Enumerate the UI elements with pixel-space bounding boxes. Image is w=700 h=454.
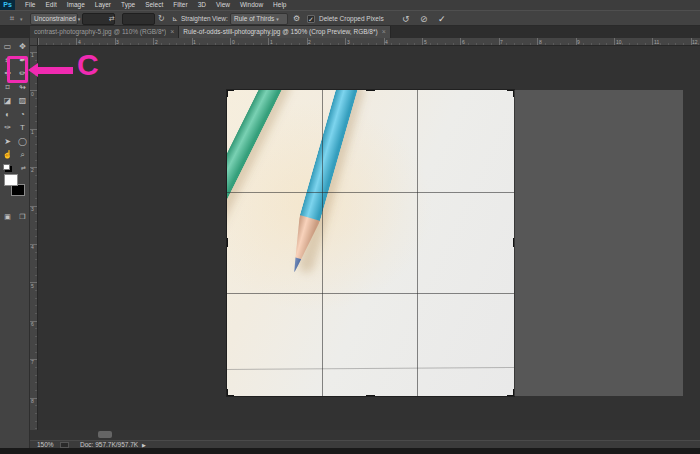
document-tab-bar: contrast-photography-5.jpg @ 110% (RGB/8… xyxy=(0,26,700,38)
annotation-highlight-box xyxy=(7,56,28,83)
straighten-icon: ⊾ xyxy=(172,15,178,23)
crop-handle-top-left[interactable] xyxy=(227,90,234,97)
thirds-grid-vertical-line xyxy=(417,90,418,396)
tab-rule-of-odds[interactable]: Rule-of-odds-still-photography.jpg @ 150… xyxy=(179,26,390,38)
horizontal-scrollbar[interactable] xyxy=(30,430,700,440)
crop-preset-value: Unconstrained xyxy=(34,15,76,22)
delete-cropped-pixels-checkbox[interactable]: ✓ xyxy=(307,15,315,23)
crop-handle-bottom[interactable] xyxy=(366,395,375,396)
menu-image[interactable]: Image xyxy=(62,0,90,10)
screen-mode-button[interactable]: ❐ xyxy=(15,210,30,224)
thirds-grid-horizontal-line xyxy=(227,192,514,193)
ruler-number: 8 xyxy=(539,38,542,46)
foreground-color-swatch[interactable] xyxy=(4,174,18,186)
ruler-number: 1 xyxy=(270,38,273,46)
photoshop-window: Ps FileEditImageLayerTypeSelectFilter3DV… xyxy=(0,0,700,454)
ruler-number: 1 xyxy=(31,129,34,135)
tab-label: contrast-photography-5.jpg @ 110% (RGB/8… xyxy=(34,26,166,38)
crop-options-bar: ⌗ ▾ Unconstrained ▾ ⇄ ↻ ⊾ Straighten Vie… xyxy=(0,10,700,26)
scrollbar-thumb[interactable] xyxy=(98,431,112,438)
crop-handle-bottom-right[interactable] xyxy=(507,389,514,396)
ruler-number: 2 xyxy=(31,167,34,173)
ruler-corner xyxy=(30,38,38,46)
pen-tool[interactable]: ✑ xyxy=(0,121,15,135)
crop-handle-top-right[interactable] xyxy=(507,90,514,97)
tools-panel: ▭✥⌗✒✜✏⌑↬◪▨◐◔✑T➤◯☝⌕ ⇄ ▣ ❐ xyxy=(0,38,30,448)
crop-height-input[interactable] xyxy=(122,13,155,25)
blur-tool[interactable]: ◐ xyxy=(0,108,15,122)
straighten-button[interactable]: Straighten xyxy=(181,15,211,22)
crop-handle-top[interactable] xyxy=(366,90,375,91)
menu-view[interactable]: View xyxy=(211,0,235,10)
menu-type[interactable]: Type xyxy=(116,0,140,10)
menu-filter[interactable]: Filter xyxy=(168,0,192,10)
eraser-tool[interactable]: ◪ xyxy=(0,94,15,108)
zoom-tool[interactable]: ⌕ xyxy=(15,148,30,162)
window-bottom-edge xyxy=(0,448,700,454)
status-bar: 150% Doc: 957.7K/957.7K ▶ xyxy=(30,440,700,448)
type-tool[interactable]: T xyxy=(15,121,30,135)
horizontal-ruler[interactable]: 43210123456789101112 xyxy=(38,38,700,46)
dodge-tool[interactable]: ◔ xyxy=(15,108,30,122)
crop-handle-right[interactable] xyxy=(513,238,514,247)
canvas-area[interactable] xyxy=(38,46,700,430)
delete-cropped-pixels-label: Delete Cropped Pixels xyxy=(319,15,384,22)
crop-tool-icon[interactable]: ⌗ xyxy=(2,13,22,25)
menu-3d[interactable]: 3D xyxy=(193,0,211,10)
overlay-view-select[interactable]: Rule of Thirds ▾ xyxy=(230,13,288,25)
ruler-number: 7 xyxy=(31,359,34,365)
ruler-number: 8 xyxy=(31,398,34,404)
reset-crop-icon[interactable]: ↺ xyxy=(402,14,410,24)
ruler-number: 10 xyxy=(616,38,622,46)
ruler-number: 6 xyxy=(462,38,465,46)
tab-contrast-photography[interactable]: contrast-photography-5.jpg @ 110% (RGB/8… xyxy=(30,26,179,38)
swap-dimensions-icon[interactable]: ⇄ xyxy=(109,15,115,23)
rotate-crop-icon[interactable]: ↻ xyxy=(158,14,165,23)
menu-layer[interactable]: Layer xyxy=(90,0,116,10)
gradient-tool[interactable]: ▨ xyxy=(15,94,30,108)
overlay-view-value: Rule of Thirds xyxy=(234,15,274,22)
move-tool[interactable]: ✥ xyxy=(15,40,30,54)
crop-handle-bottom-left[interactable] xyxy=(227,389,234,396)
menu-edit[interactable]: Edit xyxy=(40,0,61,10)
crop-preset-select[interactable]: Unconstrained ▾ xyxy=(30,13,78,25)
ruler-number: 4 xyxy=(31,244,34,250)
color-swatch-area: ⇄ xyxy=(0,164,29,210)
commit-crop-icon[interactable]: ✓ xyxy=(438,14,446,24)
annotation-arrow-line xyxy=(36,67,73,74)
hand-tool[interactable]: ☝ xyxy=(0,148,15,162)
path-selection-tool[interactable]: ➤ xyxy=(0,135,15,149)
rectangular-marquee-tool[interactable]: ▭ xyxy=(0,40,15,54)
tab-close-icon[interactable]: × xyxy=(382,26,386,38)
swap-colors-icon[interactable]: ⇄ xyxy=(21,164,26,171)
chevron-down-icon: ▾ xyxy=(276,16,279,22)
menu-help[interactable]: Help xyxy=(268,0,291,10)
ruler-number: 6 xyxy=(31,321,34,327)
crop-preview-image[interactable] xyxy=(227,90,514,396)
shape-tool[interactable]: ◯ xyxy=(15,135,30,149)
annotation-shortcut-letter: C xyxy=(77,50,99,80)
ruler-number: 3 xyxy=(347,38,350,46)
crop-shield-area xyxy=(514,90,683,396)
tab-close-icon[interactable]: × xyxy=(170,26,174,38)
photoshop-logo: Ps xyxy=(0,0,15,10)
photo-table-edge xyxy=(227,367,514,370)
menu-file[interactable]: File xyxy=(20,0,40,10)
ruler-number: 0 xyxy=(31,91,34,97)
crop-handle-left[interactable] xyxy=(227,238,228,247)
default-colors-icon[interactable] xyxy=(3,164,10,170)
cancel-crop-icon[interactable]: ⊘ xyxy=(420,14,428,24)
ruler-number: 1 xyxy=(31,52,34,58)
menu-select[interactable]: Select xyxy=(140,0,168,10)
ruler-number: 11 xyxy=(654,38,659,46)
tool-preset-caret-icon[interactable]: ▾ xyxy=(20,16,23,22)
quick-mask-button[interactable]: ▣ xyxy=(0,210,15,224)
ruler-number: 2 xyxy=(155,38,158,46)
gear-icon[interactable]: ⚙ xyxy=(293,14,300,23)
thirds-grid-vertical-line xyxy=(322,90,323,396)
ruler-number: 1 xyxy=(193,38,196,46)
ruler-number: 4 xyxy=(385,38,388,46)
vertical-ruler[interactable]: 1012345678 xyxy=(30,46,38,430)
ruler-number: 4 xyxy=(78,38,81,46)
menu-window[interactable]: Window xyxy=(235,0,268,10)
